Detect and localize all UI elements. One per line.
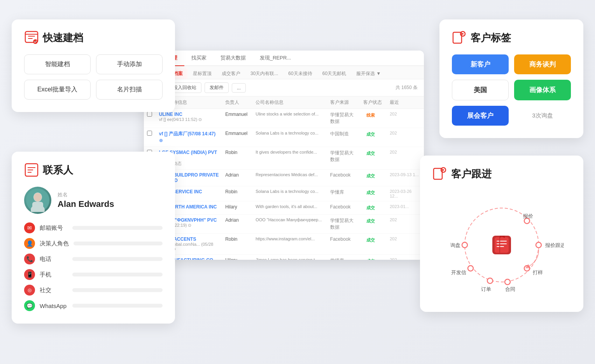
row-time-5: 2023-01... xyxy=(387,201,424,215)
crm-tabs: 客户管理 找买家 贸易大数据 发现_REPR... xyxy=(144,51,424,66)
svg-point-24 xyxy=(462,242,467,248)
crm-tab-find-buyer[interactable]: 找买家 xyxy=(184,51,214,66)
crm-tab-discover[interactable]: 发现_REPR... xyxy=(253,51,298,66)
tag-usa[interactable]: 美国 xyxy=(452,80,509,100)
row-source-2: 学懂贸易大数据 xyxy=(327,147,360,170)
row-desc-1: Solana Labs is a technology co... xyxy=(252,128,327,147)
crm-toolbar: 选 投入回收站 发邮件 ... 共 1650 条 xyxy=(144,79,424,96)
crm-table-header: 公司名称信息 负责人 公司名称信息 客户来源 客户状态 最近 xyxy=(144,96,424,109)
btn-card-scan[interactable]: 名片扫描 xyxy=(96,80,163,100)
tag-inquiry-count[interactable]: 3次询盘 xyxy=(514,106,571,126)
svg-rect-26 xyxy=(495,237,509,253)
email-value-bar xyxy=(72,226,163,230)
row-owner-3: Adrian xyxy=(222,170,252,186)
contact-field-mobile: 📱 手机 xyxy=(24,269,163,280)
status-badge-0: 线索 xyxy=(363,112,378,119)
quick-archive-card: 快速建档 智能建档 手动添加 Excel批量导入 名片扫描 xyxy=(12,19,175,112)
table-row[interactable]: ISN NORTH AMERICA INC Hilary With garden… xyxy=(144,201,424,215)
table-row[interactable]: & MANUFACTURING CO Hilary Jimco Lamp has… xyxy=(144,255,424,260)
table-row[interactable]: F F&F BUILDPRO PRIVATE LIMITED Adrian Re… xyxy=(144,170,424,186)
company-name-0[interactable]: ULINE INC xyxy=(159,112,219,117)
row-status-0: 线索 xyxy=(360,109,387,128)
table-row[interactable]: IES @SERVICE INC Robin Solana Labs is a … xyxy=(144,186,424,201)
table-row[interactable]: М ОАО"ФGКNVPНН" PVC 8(03/21 22:19) ⊙ Adr… xyxy=(144,215,424,234)
row-owner-2: Robin xyxy=(222,147,252,170)
btn-smart-archive[interactable]: 智能建档 xyxy=(24,54,91,74)
tags-grid: 新客户 商务谈判 美国 画像体系 展会客户 3次询盘 xyxy=(452,54,571,126)
table-row[interactable]: ULINE INC vf [] ee(04/13 11:52) ⊙ Emmanu… xyxy=(144,109,424,128)
contact-field-social: ◎ 社交 xyxy=(24,285,163,296)
row-owner-4: Robin xyxy=(222,186,252,201)
btn-excel-import[interactable]: Excel批量导入 xyxy=(24,80,91,100)
row-source-1: 中国制造 xyxy=(327,128,360,147)
row-status-1: 成交 xyxy=(360,128,387,147)
quick-archive-icon xyxy=(24,30,39,45)
svg-rect-10 xyxy=(32,202,43,210)
table-row[interactable]: vf [] 产品库厂(57/08 14:47) ⊙ Emmanuel Solan… xyxy=(144,128,424,147)
quick-archive-title: 快速建档 xyxy=(43,31,83,45)
status-badge-4: 成交 xyxy=(363,189,378,196)
tag-business-negotiation[interactable]: 商务谈判 xyxy=(514,54,571,74)
customer-tags-card: 客户标签 新客户 商务谈判 美国 画像体系 展会客户 3次询盘 xyxy=(439,19,583,138)
crm-subtab-30day[interactable]: 30天内有联... xyxy=(246,68,283,79)
crm-subtab-60day-no-contact[interactable]: 60天未接待 xyxy=(284,68,317,79)
contact-header: 联系人 xyxy=(24,163,163,177)
contact-name-block: 姓名 Alan Edwards xyxy=(58,191,114,209)
crm-subtab-deal[interactable]: 成交客户 xyxy=(217,68,245,79)
email-label: 邮箱账号 xyxy=(40,224,68,232)
row-checkbox-1[interactable] xyxy=(144,128,156,147)
checkbox-input-1[interactable] xyxy=(147,131,152,136)
row-time-1: 202 xyxy=(387,128,424,147)
row-company-1: vf [] 产品库厂(57/08 14:47) ⊙ xyxy=(156,128,222,147)
row-time-3: 2023-09-13 1... xyxy=(387,170,424,186)
label-baojia-genjin: 报价跟进 xyxy=(545,242,564,248)
whatsapp-value-bar xyxy=(72,304,163,308)
crm-table-card: 客户管理 找买家 贸易大数据 发现_REPR... 开布客户档案 星标置顶 成交… xyxy=(144,51,424,260)
row-status-8: 成交 xyxy=(360,255,387,260)
followup-diagram: 报价 报价跟进 打样 合同 订单 开发信 询盘 xyxy=(439,191,564,299)
row-desc-2: It gives developers the confide... xyxy=(252,147,327,170)
label-xunpan: 询盘 xyxy=(450,242,460,248)
tag-new-customer[interactable]: 新客户 xyxy=(452,54,509,74)
row-status-4: 成交 xyxy=(360,186,387,201)
row-status-7: 成交 xyxy=(360,234,387,255)
mobile-icon: 📱 xyxy=(24,269,35,280)
contact-field-role: 👤 决策人角色 xyxy=(24,238,163,249)
row-desc-4: Solana Labs is a technology co... xyxy=(252,186,327,201)
status-badge-7: 成交 xyxy=(363,236,378,244)
row-source-8: 学懂库 xyxy=(327,255,360,260)
tag-portrait-system[interactable]: 画像体系 xyxy=(514,80,571,100)
crm-tab-trade-data[interactable]: 贸易大数据 xyxy=(214,51,253,66)
status-badge-2: 成交 xyxy=(363,150,378,157)
crm-more-btn[interactable]: ... xyxy=(232,83,246,93)
row-owner-1: Emmanuel xyxy=(222,128,252,147)
row-time-6: 202 xyxy=(387,215,424,234)
contact-name: Alan Edwards xyxy=(58,199,114,209)
label-dingdan: 订单 xyxy=(481,286,491,292)
label-baojia: 报价 xyxy=(523,213,533,219)
company-name-1[interactable]: vf [] 产品库厂(57/08 14:47) ⊙ xyxy=(159,131,219,144)
contact-fields: ✉ 邮箱账号 👤 决策人角色 📞 电话 📱 手机 xyxy=(24,222,163,311)
row-status-2: 成交 xyxy=(360,147,387,170)
quick-archive-header: 快速建档 xyxy=(24,30,163,45)
col-time-header: 最近 xyxy=(387,96,424,109)
status-badge-1: 成交 xyxy=(363,131,378,138)
crm-send-email-btn[interactable]: 发邮件 xyxy=(205,82,229,93)
crm-subtab-service[interactable]: 服开保选 ▼ xyxy=(352,68,385,79)
label-dayang: 打样 xyxy=(532,270,543,275)
table-row[interactable]: AMPS ACCENTS aa @Global.comNa... (05/28 … xyxy=(144,234,424,255)
followup-header: 客户跟进 xyxy=(432,166,571,181)
row-time-0: 202 xyxy=(387,109,424,128)
tags-icon xyxy=(452,30,467,45)
crm-subtab-60day-no-email[interactable]: 60天无邮机 xyxy=(318,68,351,79)
phone-label: 电话 xyxy=(40,256,68,263)
btn-manual-add[interactable]: 手动添加 xyxy=(96,54,163,74)
row-source-0: 学懂贸易大数据 xyxy=(327,109,360,128)
col-source-header: 客户来源 xyxy=(327,96,360,109)
col-owner-header: 负责人 xyxy=(222,96,252,109)
tag-expo-customer[interactable]: 展会客户 xyxy=(452,106,509,126)
table-row[interactable]: LGF SYSMAC (INDIA) PVT LTD ◎ 贤无动态 Robin … xyxy=(144,147,424,170)
crm-subtab-star[interactable]: 星标置顶 xyxy=(188,68,216,79)
checkbox-input-0[interactable] xyxy=(147,112,152,117)
contact-field-email: ✉ 邮箱账号 xyxy=(24,222,163,233)
